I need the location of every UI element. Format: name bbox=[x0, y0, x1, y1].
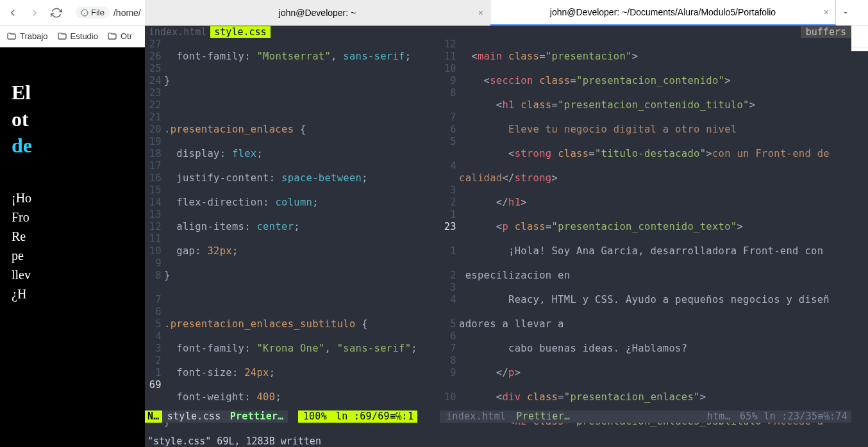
scrollbar[interactable] bbox=[851, 51, 868, 447]
right-statusline: index.html Prettier… htm… 65% ln :23/35≡… bbox=[440, 410, 851, 423]
folder-icon bbox=[6, 31, 17, 42]
terminal-tab-2[interactable]: john@Developer: ~/Documents/Alura/Modulo… bbox=[490, 0, 836, 26]
url-path: /home/ bbox=[113, 8, 141, 18]
buffers-label: buffers bbox=[801, 26, 851, 38]
close-icon[interactable]: × bbox=[478, 8, 483, 18]
vim-mode: N… bbox=[145, 410, 162, 423]
vim-cmdline[interactable]: "style.css" 69L, 1283B written bbox=[145, 435, 851, 447]
web-preview: Elotde ¡HoFroRepellev¿H bbox=[0, 47, 145, 447]
terminal-tab-1[interactable]: john@Developer: ~× bbox=[145, 0, 490, 26]
buffer-tab-index[interactable]: index.html bbox=[145, 26, 210, 38]
close-icon[interactable]: × bbox=[824, 7, 829, 17]
right-code: <main class="presentacion"> <seccion cla… bbox=[459, 38, 851, 422]
buffer-tab-style[interactable]: style.css bbox=[210, 26, 270, 38]
left-code: font-family: "Montserrat", sans-serif; }… bbox=[164, 38, 440, 422]
preview-text: ¡HoFroRepellev¿H bbox=[12, 188, 145, 304]
left-gutter: 2726252423222120191817161514131211109876… bbox=[145, 38, 164, 422]
preview-heading: Elotde bbox=[12, 79, 145, 159]
left-statusline: N… style.css Prettier… 100% ln :69/69≡℅:… bbox=[145, 410, 417, 423]
buffer-bar: index.html style.css buffers bbox=[145, 26, 851, 38]
bookmark-otros[interactable]: Otr bbox=[107, 31, 132, 42]
terminal-tab-row: john@Developer: ~× john@Developer: ~/Doc… bbox=[145, 0, 855, 26]
terminal-menu-button[interactable] bbox=[836, 0, 855, 26]
bookmark-trabajo[interactable]: Trabajo bbox=[6, 31, 48, 42]
folder-icon bbox=[57, 31, 67, 42]
url-bar[interactable]: File /home/ bbox=[71, 4, 146, 21]
folder-icon bbox=[107, 31, 117, 42]
right-gutter: 1211109876543212312345678910 bbox=[440, 38, 459, 422]
url-scheme: File bbox=[76, 6, 110, 19]
back-button[interactable] bbox=[5, 5, 21, 20]
reload-button[interactable] bbox=[49, 5, 64, 20]
vim-editor[interactable]: index.html style.css buffers 27262524232… bbox=[145, 26, 851, 447]
left-pane[interactable]: 2726252423222120191817161514131211109876… bbox=[145, 38, 440, 435]
forward-button[interactable] bbox=[27, 5, 42, 20]
right-pane[interactable]: 1211109876543212312345678910 <main class… bbox=[440, 38, 851, 435]
bookmark-estudio[interactable]: Estudio bbox=[57, 31, 98, 42]
